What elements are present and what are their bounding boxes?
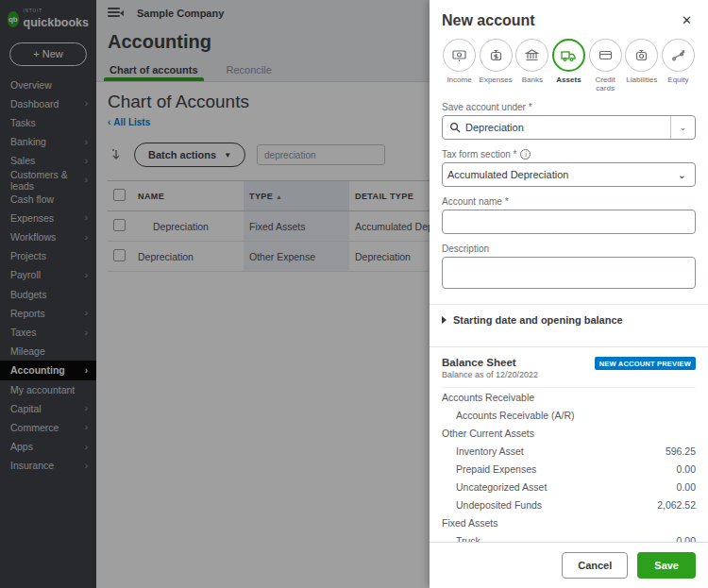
liabilities-icon xyxy=(625,39,658,72)
tax-form-label: Tax form section * xyxy=(442,149,516,160)
chevron-down-icon: ⌄ xyxy=(678,169,686,181)
starting-date-toggle[interactable]: Starting date and opening balance xyxy=(442,305,696,335)
preview-title: Balance Sheet xyxy=(442,357,538,368)
list-item: Uncategorized Asset0.00 xyxy=(442,478,696,496)
account-type-equity[interactable]: Equity xyxy=(661,39,696,92)
account-type-expenses[interactable]: Expenses xyxy=(479,39,514,92)
triangle-right-icon xyxy=(442,316,447,324)
modal-title: New account xyxy=(442,12,535,29)
modal-footer: Cancel Save xyxy=(430,542,708,588)
account-type-income[interactable]: Income xyxy=(442,39,477,92)
list-item: Undeposited Funds2,062.52 xyxy=(442,496,696,513)
list-item: Accounts Receivable xyxy=(442,388,696,406)
search-icon xyxy=(449,122,461,133)
list-item: Accounts Receivable (A/R) xyxy=(442,406,696,424)
save-under-label: Save account under * xyxy=(442,102,696,112)
save-under-value: Depreciation xyxy=(461,122,670,133)
list-item: Inventory Asset596.25 xyxy=(442,442,696,460)
list-item: Prepaid Expenses0.00 xyxy=(442,460,696,478)
close-icon[interactable]: ✕ xyxy=(678,11,696,29)
equity-icon xyxy=(662,39,695,72)
account-type-liabilities[interactable]: Liabilities xyxy=(624,39,659,92)
app-window: qb INTUIT quickbooks + New Overview Dash… xyxy=(0,0,708,588)
save-under-combobox[interactable]: Depreciation ⌄ xyxy=(442,115,696,140)
banks-icon xyxy=(515,39,548,72)
save-button[interactable]: Save xyxy=(637,552,696,579)
assets-icon xyxy=(552,39,585,72)
description-label: Description xyxy=(442,244,696,254)
account-name-input[interactable] xyxy=(442,210,696,234)
list-item: Other Current Assets xyxy=(442,424,696,442)
credit-card-icon xyxy=(589,39,622,72)
chevron-down-icon[interactable]: ⌄ xyxy=(670,116,695,139)
list-item: Truck0.00 xyxy=(442,531,696,542)
preview-subtitle: Balance as of 12/20/2022 xyxy=(442,370,538,379)
tax-form-select[interactable]: Accumulated Depreciation ⌄ xyxy=(442,162,696,187)
account-type-assets[interactable]: Assets xyxy=(551,39,586,92)
cancel-button[interactable]: Cancel xyxy=(562,552,628,579)
tax-form-value: Accumulated Depreciation xyxy=(443,169,678,180)
income-icon xyxy=(443,39,476,72)
description-input[interactable] xyxy=(442,257,696,289)
expenses-icon xyxy=(480,39,513,72)
new-account-preview-badge: NEW ACCOUNT PREVIEW xyxy=(595,357,696,370)
account-name-label: Account name * xyxy=(442,196,696,207)
list-item: Fixed Assets xyxy=(442,513,696,531)
account-type-picker: Income Expenses Banks Assets Credit card… xyxy=(442,39,696,92)
info-icon[interactable]: i xyxy=(520,149,531,160)
new-account-modal: New account ✕ Income Expenses Banks xyxy=(430,0,708,588)
balance-preview-list: Accounts Receivable Accounts Receivable … xyxy=(442,387,696,542)
account-type-banks[interactable]: Banks xyxy=(514,39,549,92)
preview-header: Balance Sheet Balance as of 12/20/2022 N… xyxy=(442,347,696,379)
account-type-credit-cards[interactable]: Credit cards xyxy=(588,39,623,92)
